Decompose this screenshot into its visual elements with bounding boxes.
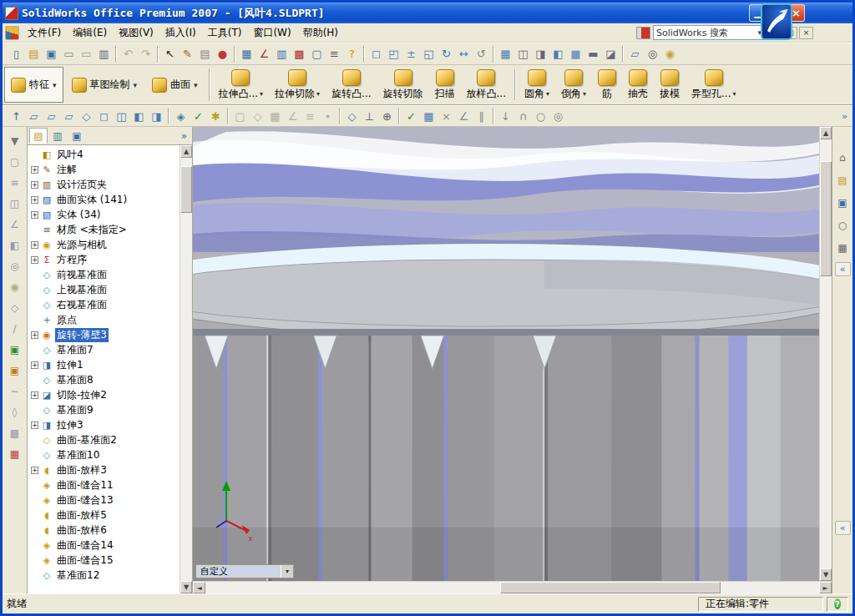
- loft-button[interactable]: 放样凸...: [461, 66, 512, 104]
- new-file-icon[interactable]: ▯: [8, 45, 25, 63]
- chevron-down-icon[interactable]: ▾: [260, 90, 263, 98]
- model-viewport[interactable]: x ▲ ▼ ◄ ► 自定义 ▾: [193, 127, 832, 593]
- grid-icon[interactable]: ▦: [238, 45, 255, 63]
- menu-item-6[interactable]: 帮助(H): [297, 23, 344, 43]
- mate-strip-icon[interactable]: ◊: [7, 405, 23, 420]
- chevron-down-icon[interactable]: ▾: [546, 90, 549, 98]
- tree-item-4[interactable]: +▧实体 (34): [28, 207, 180, 222]
- arc-icon[interactable]: ∩: [514, 108, 532, 125]
- sketch-pencil-icon[interactable]: ✎: [179, 45, 196, 63]
- tree-item-10[interactable]: ◇右视基准面: [28, 297, 180, 312]
- tab-sketch[interactable]: 草图绘制▾: [65, 67, 144, 103]
- hide-show-icon[interactable]: ✓: [190, 108, 207, 125]
- quick-snap-icon[interactable]: ◇: [249, 108, 266, 125]
- expand-plus-icon[interactable]: +: [31, 181, 38, 189]
- chamfer-button[interactable]: 倒角▾: [555, 66, 592, 104]
- tree-item-8[interactable]: ◇前视基准面: [28, 267, 180, 282]
- layout-icon[interactable]: ▦: [420, 108, 438, 125]
- expand-plus-icon[interactable]: +: [31, 256, 38, 264]
- hole-wizard-button[interactable]: 异型孔...▾: [686, 66, 741, 104]
- viewport-vscroll-thumb[interactable]: [820, 161, 832, 277]
- menu-item-0[interactable]: 文件(F): [22, 23, 67, 43]
- options-icon[interactable]: ≡: [326, 45, 343, 63]
- viewport-scroll-right-icon[interactable]: ►: [819, 582, 832, 593]
- tree-item-25[interactable]: ◖曲面-放样6: [28, 523, 180, 538]
- solidworks-search-icon[interactable]: [636, 27, 650, 39]
- tree-item-20[interactable]: ◇基准面10: [28, 447, 180, 462]
- shaded-edges-icon[interactable]: ◧: [549, 45, 567, 63]
- section-strip-icon[interactable]: ◧: [7, 238, 23, 253]
- tree-scrollbar[interactable]: ▲ ▼: [180, 145, 192, 593]
- zoom-area-icon[interactable]: ◰: [385, 45, 402, 63]
- front-plane-icon[interactable]: ▱: [25, 108, 43, 125]
- zoom-fit-icon[interactable]: ◻: [367, 45, 385, 63]
- tools-strip-icon[interactable]: ▩: [7, 426, 23, 441]
- tree-item-0[interactable]: ◧风叶4: [28, 147, 180, 162]
- view-settings-strip-icon[interactable]: ◫: [7, 196, 23, 211]
- curve-strip-icon[interactable]: ~: [7, 384, 23, 399]
- redo-icon[interactable]: ↷: [137, 45, 154, 63]
- expand-plus-icon[interactable]: +: [31, 241, 38, 249]
- display-style-icon[interactable]: ◈: [172, 108, 190, 125]
- expand-plus-icon[interactable]: +: [31, 211, 38, 219]
- tree-scroll-up-icon[interactable]: ▲: [180, 145, 192, 158]
- save-icon[interactable]: ▣: [43, 45, 60, 63]
- tab-features[interactable]: 特征▾: [4, 67, 63, 103]
- rib-button[interactable]: 筋: [592, 66, 622, 104]
- lights-strip-icon[interactable]: ◉: [7, 280, 23, 295]
- extruded-boss-button[interactable]: 拉伸凸...▾: [213, 66, 269, 104]
- make-drawing-icon[interactable]: ▭: [60, 45, 78, 63]
- chevron-down-icon[interactable]: ▾: [194, 81, 198, 89]
- anchor-icon[interactable]: ⊕: [378, 108, 396, 125]
- green-check-icon[interactable]: ✓: [402, 108, 420, 125]
- tree-item-28[interactable]: ◇基准面12: [28, 568, 180, 583]
- cube-view-1-icon[interactable]: ◻: [95, 108, 113, 125]
- select-icon[interactable]: ↖: [161, 45, 179, 63]
- tree-item-24[interactable]: ◖曲面-放样5: [28, 507, 180, 523]
- revolved-boss-button[interactable]: 旋转凸...: [326, 66, 377, 104]
- cube-view-4-icon[interactable]: ◨: [148, 108, 165, 125]
- undo-icon[interactable]: ↶: [119, 45, 137, 63]
- viewport-scroll-down-icon[interactable]: ▼: [820, 568, 832, 581]
- tree-item-11[interactable]: +原点: [28, 312, 180, 327]
- viewport-horizontal-scrollbar[interactable]: ◄ ►: [193, 581, 832, 593]
- planes-strip-icon[interactable]: ◇: [7, 300, 23, 316]
- tree-item-5[interactable]: ≡材质 <未指定>: [28, 222, 180, 237]
- appearance-icon[interactable]: ◉: [661, 45, 679, 63]
- view-selector-dropdown[interactable]: 自定义 ▾: [195, 564, 294, 578]
- close-sketch-icon[interactable]: ×: [438, 108, 455, 125]
- menu-item-1[interactable]: 编辑(E): [67, 23, 113, 43]
- right-plane-icon[interactable]: ▱: [60, 108, 78, 125]
- search-icon[interactable]: ○: [834, 218, 851, 233]
- midpoint-snap-icon[interactable]: •: [319, 108, 336, 125]
- menu-item-5[interactable]: 窗口(W): [247, 23, 296, 43]
- tree-item-16[interactable]: +◪切除-拉伸2: [28, 387, 180, 402]
- iso-view-icon[interactable]: ◇: [78, 108, 95, 125]
- wireframe-icon[interactable]: ◫: [514, 45, 532, 63]
- design-table-icon[interactable]: ▥: [273, 45, 291, 63]
- shell-button[interactable]: 抽壳: [622, 66, 654, 104]
- tree-item-1[interactable]: +✎注解: [28, 162, 180, 177]
- target-icon[interactable]: ◎: [549, 108, 567, 125]
- quick-tips-icon[interactable]: ?: [834, 598, 841, 609]
- expand-plus-icon[interactable]: +: [31, 166, 38, 174]
- viewport-scroll-left-icon[interactable]: ◄: [193, 582, 205, 593]
- tree-item-22[interactable]: ◈曲面-缝合11: [28, 477, 180, 492]
- tree-item-21[interactable]: +◖曲面-放样3: [28, 462, 180, 477]
- viewport-vertical-scrollbar[interactable]: ▲ ▼: [819, 127, 832, 581]
- design-library-icon[interactable]: ▤: [834, 173, 851, 188]
- status-help-cell[interactable]: ?: [827, 597, 848, 612]
- tree-item-23[interactable]: ◈曲面-缝合13: [28, 492, 180, 507]
- angle-snap-icon[interactable]: ∠: [284, 108, 301, 125]
- tree-item-19[interactable]: ◇曲面-基准面2: [28, 432, 180, 447]
- tree-scroll-down-icon[interactable]: ▼: [180, 581, 192, 593]
- tree-item-13[interactable]: ◇基准面7: [28, 342, 180, 357]
- sweep-button[interactable]: 扫描: [429, 66, 461, 104]
- cube-view-2-icon[interactable]: ◫: [113, 108, 130, 125]
- axis-strip-icon[interactable]: /: [7, 321, 23, 336]
- measure-strip-icon[interactable]: ∠: [7, 217, 23, 232]
- grid-snap-icon[interactable]: ▦: [266, 108, 284, 125]
- parallel-icon[interactable]: ∥: [473, 108, 490, 125]
- property-manager-tab[interactable]: ▥: [48, 128, 67, 144]
- tree-item-7[interactable]: +Σ方程序: [28, 252, 180, 267]
